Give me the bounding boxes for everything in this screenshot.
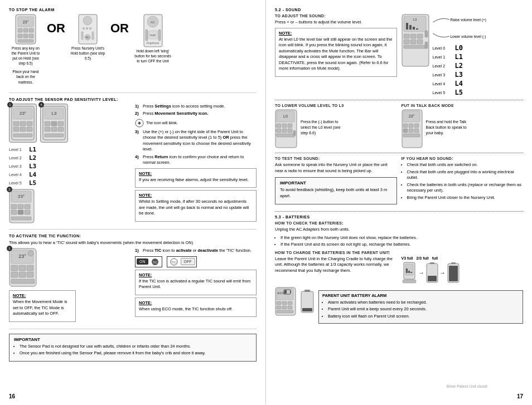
raise-text: Raise volume level (+): [451, 18, 486, 22]
tic-note-text-3: When using ECO mode, the TIC function sh…: [139, 306, 253, 313]
level-label-3: Level 3: [9, 164, 27, 168]
step-text-4: Press Return icon to confirm your choice…: [143, 154, 257, 166]
svg-rect-78: [416, 28, 418, 30]
svg-rect-15: [81, 32, 83, 40]
sound-note-text: At level L0 the level bar will still app…: [279, 37, 393, 72]
sound-note-label: NOTE:: [279, 31, 393, 36]
vol-level-icon-0: L0: [455, 44, 463, 52]
charge-content: Leave the Parent Unit in the Charging Cr…: [275, 256, 523, 284]
left-important-box: IMPORTANT The Sensor Pad is not designed…: [9, 334, 257, 362]
tic-device-col: 1 23°: [9, 248, 130, 324]
svg-rect-51: [18, 204, 23, 209]
svg-rect-33: [13, 127, 19, 131]
sound-note: NOTE: At level L0 the level bar will sti…: [275, 28, 397, 77]
svg-rect-7: [23, 34, 28, 38]
vol-level-4: Level 4 L4: [433, 80, 486, 87]
svg-rect-106: [403, 124, 408, 128]
svg-rect-129: [290, 291, 291, 293]
svg-point-61: [28, 251, 33, 256]
tic-note-label-3: NOTE:: [139, 300, 253, 305]
svg-rect-53: [11, 210, 17, 214]
dotted-divider-2: [275, 153, 523, 153]
page-number-left: 16: [9, 393, 15, 399]
volume-device-svg: L3: [402, 14, 429, 67]
vol-level-label-4: Level 4: [433, 82, 453, 86]
test-important-label: IMPORTANT: [280, 180, 392, 186]
off-toggle-box: TIC OFF: [167, 256, 197, 267]
svg-rect-56: [11, 217, 31, 220]
tic-note-label-2: NOTE:: [139, 272, 253, 277]
sensor-device-2: 4 L3: [40, 104, 68, 143]
svg-rect-66: [19, 272, 26, 277]
svg-text:23°: 23°: [18, 194, 25, 199]
test-sound-title: TO TEST THE SOUND:: [275, 157, 397, 160]
sensor-note-1: NOTE: If you are receiving false alarms,…: [135, 168, 257, 188]
svg-text:NU: NU: [85, 36, 90, 39]
svg-rect-137: [277, 310, 293, 313]
batteries-title: 5.3 - BATTERIES: [275, 215, 523, 219]
off-label: OFF: [181, 258, 195, 265]
svg-rect-44: [51, 127, 57, 131]
svg-rect-88: [425, 42, 428, 48]
svg-text:23°: 23°: [23, 20, 29, 24]
svg-rect-62: [11, 265, 18, 271]
level-label-1: Level 1: [9, 148, 27, 152]
vol-level-label-1: Level 1: [433, 55, 453, 59]
svg-rect-45: [58, 127, 64, 131]
charge-diagram: V3 full 2/3 full full: [402, 256, 524, 284]
tic-description: This allows you to hear a 'TIC' sound wi…: [9, 240, 257, 246]
tic-note-text-1: When the Movement Mode is set to OFF, th…: [13, 299, 72, 317]
note-label-2: NOTE:: [139, 193, 253, 198]
battery-third: [426, 262, 438, 284]
tic-note-text-2: If the TIC icon is activated a regular T…: [139, 279, 253, 290]
talkback-col: PUT IN TALK BACK MODE 23°: [402, 104, 524, 148]
stop-alarm-right-option: NU Press Nursery Unit's Hold button (see…: [70, 14, 106, 63]
dotted-divider-1: [275, 100, 523, 100]
svg-rect-85: [417, 40, 423, 44]
svg-text:L3: L3: [413, 18, 417, 21]
check-bullets: If the green light on the Nursery Unit d…: [275, 235, 523, 248]
svg-rect-110: [409, 129, 413, 133]
svg-rect-109: [403, 129, 408, 133]
svg-rect-93: [282, 124, 287, 128]
svg-rect-134: [277, 306, 281, 309]
charge-level-labels: V3 full 2/3 full full: [402, 256, 524, 260]
talkback-content: 23° Press and hold the Talk Back button …: [402, 109, 524, 148]
charge-full: full: [432, 256, 438, 260]
divider-2: [9, 229, 257, 230]
vol-level-2: Level 2 L2: [433, 62, 486, 70]
stop-alarm-right-instruction: Press Nursery Unit's Hold button (see st…: [70, 46, 106, 61]
battery-low-icon: [299, 287, 315, 316]
batteries-section: 5.3 - BATTERIES HOW TO CHECK THE BATTERI…: [275, 215, 523, 324]
tic-icon-on: TIC: [149, 258, 161, 266]
vol-level-label-0: Level 0: [433, 46, 453, 50]
important-bullet-1: The Sensor Pad is not designed for use w…: [20, 344, 252, 350]
tic-step-1: 1) Press TIC icon to activate or deactiv…: [135, 248, 257, 254]
svg-rect-63: [19, 265, 26, 271]
svg-rect-64: [27, 265, 33, 271]
or-text-1: OR: [47, 22, 65, 35]
badge-1: 1: [7, 102, 13, 108]
lower-vol-title: TO LOWER VOLUME LEVEL TO L0: [275, 104, 397, 108]
svg-rect-8: [29, 34, 33, 38]
or-text-2: OR: [110, 22, 129, 35]
svg-rect-36: [13, 134, 32, 137]
step-num-4: 4): [135, 154, 141, 166]
svg-rect-76: [409, 25, 412, 30]
svg-rect-41: [51, 121, 57, 126]
parent-unit-sensor-1: 23°: [11, 106, 35, 140]
charge-diagram-col: V3 full 2/3 full full: [402, 256, 524, 284]
svg-text:L0: L0: [283, 114, 288, 118]
svg-rect-94: [288, 124, 292, 128]
svg-rect-43: [45, 127, 50, 131]
tic-step-text: Press TIC icon to activate or deactivate…: [143, 248, 252, 254]
sensor-images-col: 1 23°: [9, 104, 130, 225]
vol-level-5: Level 5 L5: [433, 89, 486, 96]
level-icon-5: L5: [29, 179, 36, 187]
svg-rect-132: [282, 301, 287, 305]
sensor-steps-col: 1) Press Settings icon to access setting…: [135, 104, 257, 225]
or-divider-1: OR: [47, 14, 65, 35]
svg-rect-46: [45, 134, 64, 137]
important-bullets: The Sensor Pad is not designed for use w…: [14, 344, 252, 357]
stop-alarm-left-option: 23° Press any key on the Parent Unit to …: [9, 14, 42, 87]
